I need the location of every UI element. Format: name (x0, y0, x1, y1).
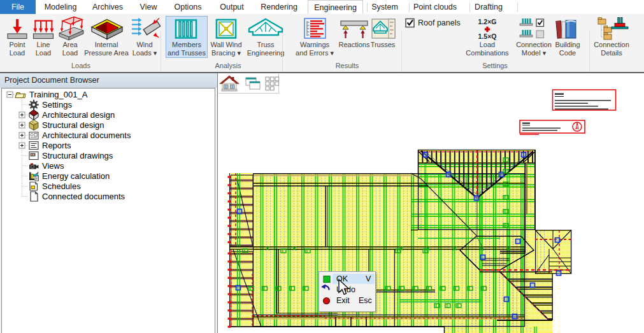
svg-text:z: z (36, 176, 38, 180)
svg-text:z: z (37, 171, 39, 174)
svg-text:1.2×G: 1.2×G (478, 18, 497, 25)
svg-text:1.5×Q: 1.5×Q (478, 32, 497, 40)
